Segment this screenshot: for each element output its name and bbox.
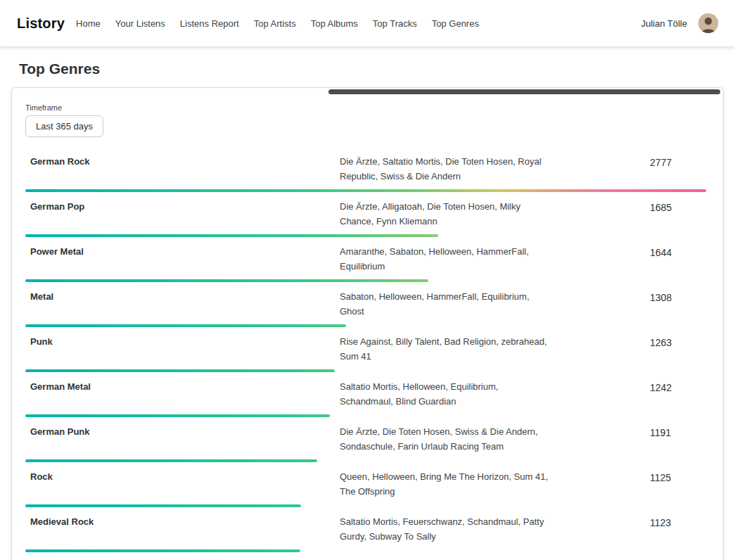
top-navigation-bar: Listory Home Your Listens Listens Report… [0, 0, 735, 46]
genre-count: 1263 [650, 334, 706, 364]
genre-name: German Metal [25, 379, 340, 409]
user-silhouette-icon [698, 13, 718, 33]
table-row: Power Metal Amaranthe, Sabaton, Hellowee… [25, 238, 706, 284]
genre-count: 2777 [650, 154, 706, 184]
genre-bar [25, 414, 330, 417]
genre-name: Metal [25, 289, 340, 319]
genre-count: 1242 [650, 379, 706, 409]
timeframe-label: Timeframe [25, 103, 706, 112]
genre-count: 1123 [650, 514, 706, 544]
genre-name: Punk [25, 334, 340, 364]
nav-item-top-artists[interactable]: Top Artists [254, 18, 296, 29]
nav-item-home[interactable]: Home [76, 18, 101, 29]
genre-name: German Pop [25, 199, 340, 229]
nav-item-top-genres[interactable]: Top Genres [432, 18, 479, 29]
genre-name: Power Metal [25, 244, 340, 274]
genre-bar [25, 369, 335, 372]
timeframe-select[interactable]: Last 365 days [25, 115, 103, 137]
genre-count: 1125 [650, 469, 706, 499]
table-row: Medieval Rock Saltatio Mortis, Feuerschw… [25, 509, 706, 554]
genre-name: German Punk [25, 424, 340, 454]
genre-bar [25, 504, 301, 507]
table-row: Rock Queen, Helloween, Bring Me The Hori… [25, 464, 706, 509]
app-logo[interactable]: Listory [17, 15, 65, 32]
genre-name: German Rock [25, 154, 340, 184]
topbar-user-area: Julian Tölle [641, 13, 718, 33]
genre-bar [25, 279, 428, 282]
genre-artists: Saltatio Mortis, Helloween, Equilibrium,… [340, 379, 551, 409]
genre-artists: Saltatio Mortis, Feuerschwanz, Schandmau… [340, 514, 551, 544]
genre-artists: Die Ärzte, Die Toten Hosen, Swiss & Die … [340, 424, 551, 454]
avatar[interactable] [698, 13, 718, 33]
main-nav: Home Your Listens Listens Report Top Art… [76, 18, 479, 29]
genre-count: 1644 [650, 244, 706, 274]
genre-name: Medieval Rock [25, 514, 340, 544]
table-row: Metal Sabaton, Helloween, HammerFall, Eq… [25, 284, 706, 329]
genre-artists: Die Ärzte, Alligatoah, Die Toten Hosen, … [340, 199, 551, 229]
genre-table: German Rock Die Ärzte, Saltatio Mortis, … [25, 148, 706, 560]
page-title: Top Genres [19, 61, 724, 77]
nav-item-your-listens[interactable]: Your Listens [115, 18, 165, 29]
nav-item-listens-report[interactable]: Listens Report [180, 18, 239, 29]
genre-artists: Amaranthe, Sabaton, Helloween, HammerFal… [340, 244, 551, 274]
genre-count: 1308 [650, 289, 706, 319]
top-genres-card: Timeframe Last 365 days German Rock Die … [11, 87, 724, 560]
genre-artists: Queen, Helloween, Bring Me The Horizon, … [340, 469, 551, 499]
horizontal-scrollbar-thumb[interactable] [328, 89, 720, 94]
table-row: Melodic Metal Unleash The Archers, Hello… [25, 554, 706, 560]
table-row: German Punk Die Ärzte, Die Toten Hosen, … [25, 419, 706, 464]
table-row: German Pop Die Ärzte, Alligatoah, Die To… [25, 193, 706, 238]
genre-bar [25, 234, 438, 237]
genre-bar [25, 549, 300, 552]
user-name[interactable]: Julian Tölle [641, 18, 687, 29]
genre-bar [25, 459, 317, 462]
genre-artists: Die Ärzte, Saltatio Mortis, Die Toten Ho… [340, 154, 551, 184]
page-content: Top Genres Timeframe Last 365 days Germa… [0, 61, 735, 560]
nav-item-top-albums[interactable]: Top Albums [311, 18, 358, 29]
genre-count: 1191 [650, 424, 706, 454]
nav-item-top-tracks[interactable]: Top Tracks [373, 18, 417, 29]
genre-bar [25, 324, 346, 327]
table-row: German Metal Saltatio Mortis, Helloween,… [25, 374, 706, 419]
genre-count: 1685 [650, 199, 706, 229]
genre-artists: Sabaton, Helloween, HammerFall, Equilibr… [340, 289, 551, 319]
genre-bar [25, 189, 706, 192]
table-row: Punk Rise Against, Billy Talent, Bad Rel… [25, 329, 706, 374]
genre-name: Rock [25, 469, 340, 499]
table-row: German Rock Die Ärzte, Saltatio Mortis, … [25, 148, 706, 193]
genre-artists: Rise Against, Billy Talent, Bad Religion… [340, 334, 551, 364]
